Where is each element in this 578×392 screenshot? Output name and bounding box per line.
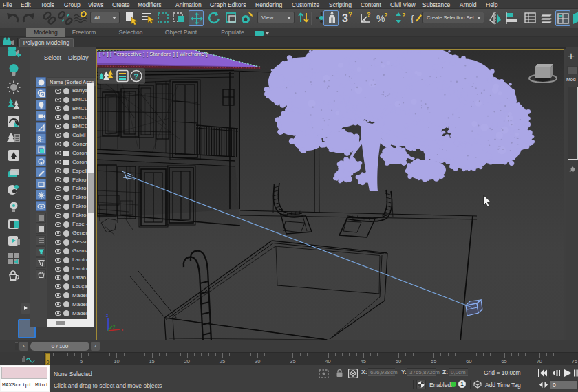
svg-text:?: ?	[134, 72, 139, 80]
svg-text:{: {	[411, 13, 414, 23]
svg-text:?: ?	[402, 12, 406, 19]
svg-text:3: 3	[342, 12, 348, 24]
svg-text:z: z	[106, 313, 109, 318]
svg-text:?: ?	[367, 11, 371, 18]
svg-text:?: ?	[348, 11, 352, 19]
svg-text:y: y	[113, 323, 116, 329]
svg-text:x: x	[121, 327, 124, 332]
svg-text:?: ?	[384, 12, 388, 19]
